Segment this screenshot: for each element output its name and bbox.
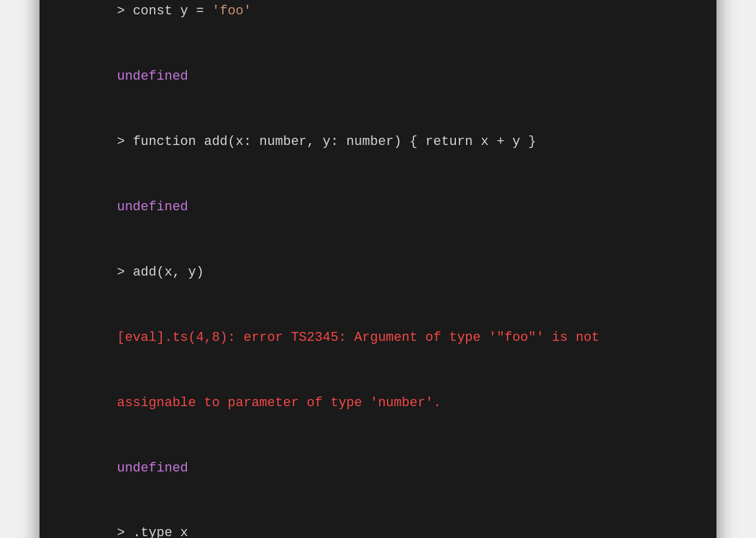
error-text: [eval].ts(4,8): error TS2345: Argument o… bbox=[117, 330, 599, 345]
prompt: > bbox=[117, 265, 132, 280]
command-text: function add(x: number, y: number) { ret… bbox=[133, 134, 536, 149]
terminal-line: > .type x bbox=[69, 501, 687, 538]
result-undefined: undefined bbox=[117, 461, 188, 476]
terminal-line: > function add(x: number, y: number) { r… bbox=[69, 110, 687, 175]
prompt: > bbox=[117, 134, 132, 149]
command-text: add(x, y) bbox=[133, 265, 204, 280]
result-undefined: undefined bbox=[117, 69, 188, 84]
prompt: > bbox=[117, 525, 132, 538]
error-text-continued: assignable to parameter of type 'number'… bbox=[117, 395, 441, 410]
terminal-line: assignable to parameter of type 'number'… bbox=[69, 370, 687, 436]
prompt: > bbox=[117, 4, 132, 19]
terminal-line: [eval].ts(4,8): error TS2345: Argument o… bbox=[69, 305, 687, 370]
terminal-line: undefined bbox=[69, 175, 687, 240]
command-text: .type x bbox=[133, 525, 188, 538]
terminal-body: > npx ts-node > const x = 10 undefined >… bbox=[40, 0, 716, 538]
string-value: 'foo' bbox=[212, 4, 252, 19]
terminal-line: undefined bbox=[69, 44, 687, 110]
result-undefined: undefined bbox=[117, 200, 188, 214]
terminal-line: undefined bbox=[69, 436, 687, 501]
terminal-window: > npx ts-node > const x = 10 undefined >… bbox=[40, 0, 716, 538]
command-text: const y = bbox=[133, 4, 212, 19]
terminal-line: > const y = 'foo' bbox=[69, 0, 687, 44]
terminal-line: > add(x, y) bbox=[69, 240, 687, 306]
